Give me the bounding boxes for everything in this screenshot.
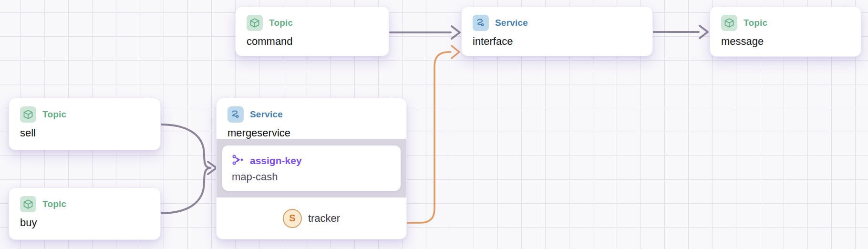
node-type-label: Service	[250, 109, 283, 120]
node-name: mergeservice	[227, 127, 395, 139]
function-type-row: assign-key	[232, 154, 391, 168]
node-type-label: Topic	[42, 109, 66, 120]
topic-cube-icon	[20, 196, 36, 212]
node-topic-buy[interactable]: Topic buy	[9, 187, 161, 240]
topic-cube-icon	[20, 106, 36, 123]
node-name: interface	[473, 35, 641, 47]
node-type-label: Topic	[269, 18, 293, 28]
assign-key-icon	[232, 154, 244, 168]
node-type-row: Topic	[721, 15, 850, 31]
function-name: map-cash	[232, 171, 391, 183]
node-topic-message[interactable]: Topic message	[710, 6, 861, 57]
edge-sell-mergeservice[interactable]	[161, 124, 210, 168]
node-name: command	[247, 35, 378, 47]
node-topic-sell[interactable]: Topic sell	[9, 98, 161, 150]
node-type-label: Topic	[42, 199, 66, 209]
function-type-label: assign-key	[250, 155, 302, 166]
node-topic-command[interactable]: Topic command	[235, 6, 389, 56]
service-route-icon	[473, 15, 489, 31]
edge-tracker-interface[interactable]	[407, 52, 451, 223]
node-name: sell	[20, 127, 149, 139]
edge-tracker-interface-arrowhead	[452, 46, 459, 58]
node-service-interface[interactable]: Service interface	[461, 6, 653, 56]
node-name: message	[721, 35, 850, 47]
sink-badge-icon: S	[283, 209, 302, 228]
edge-command-interface-arrowhead	[452, 26, 460, 39]
edge-buy-mergeservice[interactable]	[161, 168, 210, 213]
sink-name: tracker	[308, 212, 340, 225]
node-type-label: Topic	[744, 18, 767, 28]
edge-interface-message-arrowhead	[700, 26, 708, 38]
mergeservice-header: Service mergeservice	[217, 98, 406, 139]
topic-cube-icon	[721, 15, 737, 31]
node-type-row: Topic	[20, 106, 149, 123]
node-service-mergeservice[interactable]: Service mergeservice assign-key m	[216, 98, 407, 239]
node-type-row: Service	[473, 15, 641, 31]
node-type-row: Topic	[247, 15, 378, 31]
node-type-row: Topic	[20, 196, 149, 212]
mergeservice-function-band: assign-key map-cash	[217, 139, 406, 197]
node-type-row: Service	[227, 106, 395, 123]
node-name: buy	[20, 217, 149, 228]
topic-cube-icon	[247, 15, 263, 31]
service-route-icon	[227, 106, 244, 123]
mergeservice-sink-row[interactable]: S tracker	[217, 197, 406, 239]
node-type-label: Service	[495, 18, 528, 28]
function-card-assign-key[interactable]: assign-key map-cash	[222, 145, 401, 191]
